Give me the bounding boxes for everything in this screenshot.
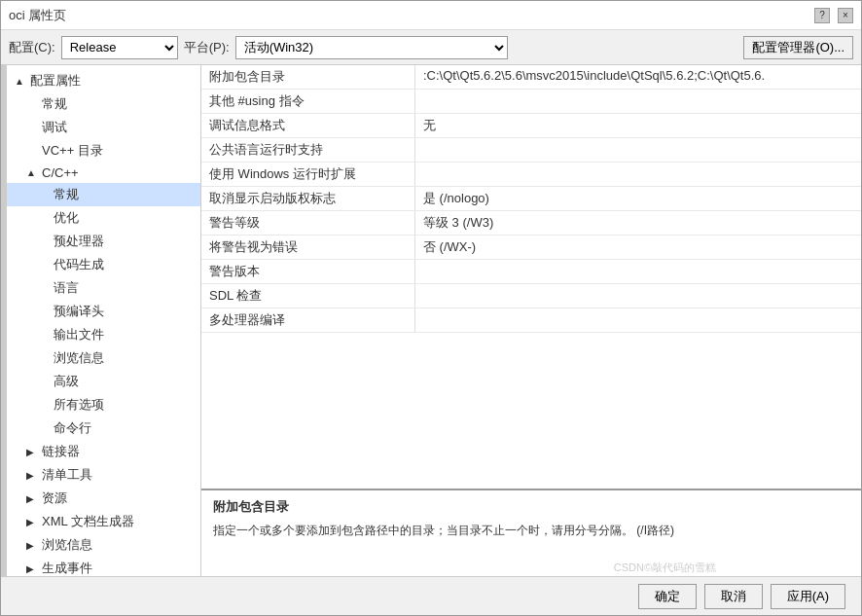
- prop-value-9: [415, 284, 861, 308]
- prop-name-4: 使用 Windows 运行时扩展: [201, 163, 415, 186]
- table-row[interactable]: 警告等级等级 3 (/W3): [201, 211, 861, 236]
- table-row[interactable]: 公共语言运行时支持: [201, 138, 861, 163]
- prop-value-6: 等级 3 (/W3): [415, 211, 861, 235]
- prop-value-3: [415, 138, 861, 162]
- expand-icon-sheng-cheng-shi-jian: ▶: [26, 563, 38, 574]
- sidebar-item-yu-yan[interactable]: 语言: [7, 276, 200, 300]
- table-row[interactable]: 警告版本: [201, 260, 861, 284]
- apply-button[interactable]: 应用(A): [771, 584, 845, 609]
- description-text: 指定一个或多个要添加到包含路径中的目录；当目录不止一个时，请用分号分隔。 (/I…: [213, 522, 849, 539]
- sidebar-item-pei-zhi-shu-xing[interactable]: ▲配置属性: [7, 69, 200, 92]
- sidebar-item-vc-dir[interactable]: VC++ 目录: [7, 139, 200, 163]
- ok-button[interactable]: 确定: [638, 584, 697, 609]
- table-row[interactable]: 取消显示启动版权标志是 (/nologo): [201, 187, 861, 211]
- sidebar-item-dai-ma-sheng-cheng[interactable]: 代码生成: [7, 253, 200, 276]
- sidebar[interactable]: ▲配置属性常规调试VC++ 目录▲C/C++常规优化预处理器代码生成语言预编译头…: [7, 65, 201, 576]
- prop-value-0: :C:\Qt\Qt5.6.2\5.6\msvc2015\include\QtSq…: [415, 65, 861, 89]
- sidebar-item-liu-lan-xin-xi2[interactable]: ▶浏览信息: [7, 533, 200, 557]
- properties-table[interactable]: 附加包含目录:C:\Qt\Qt5.6.2\5.6\msvc2015\includ…: [201, 65, 861, 489]
- sidebar-label-yu-yan: 语言: [54, 279, 79, 297]
- main-content: ▲配置属性常规调试VC++ 目录▲C/C++常规优化预处理器代码生成语言预编译头…: [1, 65, 861, 576]
- description-title: 附加包含目录: [213, 498, 849, 516]
- sidebar-label-xml-wen-dang-sheng-cheng-qi: XML 文档生成器: [42, 513, 134, 530]
- sidebar-item-xml-wen-dang-sheng-cheng-qi[interactable]: ▶XML 文档生成器: [7, 510, 200, 533]
- sidebar-label-yu-bian-yi-tou: 预编译头: [54, 303, 104, 320]
- sidebar-item-qing-dan-gong-ju[interactable]: ▶清单工具: [7, 463, 200, 487]
- config-select[interactable]: Release: [61, 36, 178, 59]
- platform-select[interactable]: 活动(Win32): [235, 36, 508, 59]
- sidebar-label-pei-zhi-shu-xing: 配置属性: [30, 72, 81, 90]
- sidebar-item-tiao-shi[interactable]: 调试: [7, 116, 200, 139]
- description-panel: 附加包含目录 指定一个或多个要添加到包含路径中的目录；当目录不止一个时，请用分号…: [201, 489, 861, 576]
- prop-value-8: [415, 260, 861, 283]
- config-manager-button[interactable]: 配置管理器(O)...: [743, 36, 853, 59]
- sidebar-label-yu-chu-li-qi: 预处理器: [54, 233, 104, 250]
- prop-name-0: 附加包含目录: [201, 65, 415, 89]
- sidebar-label-liu-lan-xin-xi: 浏览信息: [54, 349, 104, 367]
- sidebar-label-chang-gui: 常规: [42, 95, 67, 113]
- expand-icon-xml-wen-dang-sheng-cheng-qi: ▶: [26, 517, 38, 527]
- table-row[interactable]: 调试信息格式无: [201, 114, 861, 138]
- sidebar-item-cpp-chang-gui[interactable]: 常规: [7, 183, 200, 206]
- close-button[interactable]: ×: [838, 8, 853, 23]
- bottom-bar: 确定 取消 应用(A): [1, 576, 861, 615]
- toolbar: 配置(C): Release 平台(P): 活动(Win32) 配置管理器(O)…: [1, 30, 861, 65]
- sidebar-item-liu-lan-xin-xi[interactable]: 浏览信息: [7, 346, 200, 370]
- sidebar-label-suo-you-xuan-xiang: 所有选项: [54, 396, 104, 414]
- sidebar-item-suo-you-xuan-xiang[interactable]: 所有选项: [7, 393, 200, 417]
- sidebar-label-dai-ma-sheng-cheng: 代码生成: [54, 256, 104, 273]
- prop-name-8: 警告版本: [201, 260, 415, 283]
- sidebar-item-cpp[interactable]: ▲C/C++: [7, 163, 200, 183]
- expand-icon-cpp: ▲: [26, 167, 38, 178]
- window-title: oci 属性页: [9, 7, 66, 24]
- platform-label: 平台(P):: [184, 39, 230, 56]
- sidebar-label-vc-dir: VC++ 目录: [42, 142, 103, 160]
- sidebar-label-gao-ji: 高级: [54, 373, 79, 390]
- prop-value-4: [415, 163, 861, 186]
- table-row[interactable]: 将警告视为错误否 (/WX-): [201, 236, 861, 260]
- sidebar-label-liu-lan-xin-xi2: 浏览信息: [42, 536, 92, 554]
- table-row[interactable]: SDL 检查: [201, 284, 861, 308]
- sidebar-label-zi-yuan: 资源: [42, 489, 67, 507]
- table-row[interactable]: 其他 #using 指令: [201, 90, 861, 114]
- expand-icon-zi-yuan: ▶: [26, 493, 38, 504]
- sidebar-item-yu-chu-li-qi[interactable]: 预处理器: [7, 230, 200, 253]
- table-row[interactable]: 附加包含目录:C:\Qt\Qt5.6.2\5.6\msvc2015\includ…: [201, 65, 861, 90]
- sidebar-label-ming-ling-hang: 命令行: [54, 419, 91, 437]
- sidebar-item-cpp-you-hua[interactable]: 优化: [7, 206, 200, 230]
- prop-name-9: SDL 检查: [201, 284, 415, 308]
- table-row[interactable]: 多处理器编译: [201, 308, 861, 333]
- prop-value-10: [415, 308, 861, 332]
- prop-value-5: 是 (/nologo): [415, 187, 861, 210]
- expand-icon-pei-zhi-shu-xing: ▲: [15, 76, 26, 87]
- sidebar-item-lian-jie-qi[interactable]: ▶链接器: [7, 440, 200, 463]
- sidebar-label-qing-dan-gong-ju: 清单工具: [42, 466, 92, 484]
- prop-name-2: 调试信息格式: [201, 114, 415, 137]
- prop-name-1: 其他 #using 指令: [201, 90, 415, 113]
- sidebar-label-sheng-cheng-shi-jian: 生成事件: [42, 560, 92, 576]
- prop-name-6: 警告等级: [201, 211, 415, 235]
- expand-icon-liu-lan-xin-xi2: ▶: [26, 540, 38, 551]
- prop-value-2: 无: [415, 114, 861, 137]
- table-row[interactable]: 使用 Windows 运行时扩展: [201, 163, 861, 187]
- sidebar-label-shu-chu-wen-jian: 输出文件: [54, 326, 104, 344]
- sidebar-label-cpp-chang-gui: 常规: [54, 186, 79, 203]
- cancel-button[interactable]: 取消: [704, 584, 763, 609]
- prop-value-1: [415, 90, 861, 113]
- prop-value-7: 否 (/WX-): [415, 236, 861, 259]
- sidebar-item-ming-ling-hang[interactable]: 命令行: [7, 417, 200, 440]
- help-button[interactable]: ?: [814, 8, 830, 23]
- expand-icon-qing-dan-gong-ju: ▶: [26, 470, 38, 481]
- sidebar-item-sheng-cheng-shi-jian[interactable]: ▶生成事件: [7, 557, 200, 576]
- sidebar-item-shu-chu-wen-jian[interactable]: 输出文件: [7, 323, 200, 346]
- sidebar-item-yu-bian-yi-tou[interactable]: 预编译头: [7, 300, 200, 323]
- prop-name-7: 将警告视为错误: [201, 236, 415, 259]
- title-bar: oci 属性页 ? ×: [1, 1, 861, 30]
- sidebar-item-zi-yuan[interactable]: ▶资源: [7, 487, 200, 510]
- right-panel: 附加包含目录:C:\Qt\Qt5.6.2\5.6\msvc2015\includ…: [201, 65, 861, 576]
- sidebar-item-gao-ji[interactable]: 高级: [7, 370, 200, 393]
- title-bar-controls: ? ×: [814, 8, 853, 23]
- sidebar-item-chang-gui[interactable]: 常规: [7, 92, 200, 116]
- config-label: 配置(C):: [9, 39, 55, 56]
- prop-name-10: 多处理器编译: [201, 308, 415, 332]
